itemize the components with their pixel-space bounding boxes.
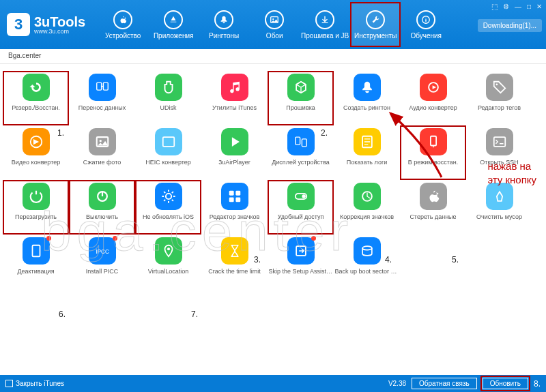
tool-recovery[interactable]: В режим восстан. <box>400 125 466 180</box>
tool-label: Утилиты iTunes <box>212 105 257 112</box>
tool-label: Очистить мусор <box>476 214 522 221</box>
tool-iconfix[interactable]: Коррекция значков <box>334 180 400 235</box>
svg-point-23 <box>302 194 306 198</box>
tool-label: Стереть данные <box>410 214 456 221</box>
nav-tools[interactable]: Инструменты <box>350 2 401 47</box>
gear-icon[interactable]: ⚙ <box>503 3 509 10</box>
tool-logs[interactable]: Показать логи <box>334 125 400 180</box>
tool-make-ringtone[interactable]: Создать рингтон <box>334 71 400 125</box>
tool-noupdate[interactable]: Не обновлять iOS <box>135 180 201 235</box>
tool-label: Прошивка <box>286 105 315 112</box>
tool-compress[interactable]: Сжатие фото <box>69 125 135 180</box>
tool-heic[interactable]: HEIC конвертер <box>135 125 201 180</box>
app-header: 3 3uTools www.3u.com УстройствоПриложени… <box>0 0 546 49</box>
ssh-icon <box>486 128 513 155</box>
svg-rect-3 <box>96 82 101 90</box>
tool-itunes-util[interactable]: Утилиты iTunes <box>201 71 268 125</box>
iconedit-icon <box>221 183 248 210</box>
tool-label: Деактивация <box>17 269 54 275</box>
tool-ipcc[interactable]: IPCCInstall PICC <box>69 235 135 289</box>
tool-iconedit[interactable]: Редактор значков <box>201 180 268 235</box>
iconfix-icon <box>354 183 381 210</box>
appstore-icon <box>164 10 183 29</box>
gear-icon <box>155 183 182 210</box>
tool-firmware[interactable]: Прошивка <box>268 71 334 125</box>
annot-num-1: 1. <box>57 128 64 138</box>
hourglass-icon <box>221 237 248 265</box>
tool-airplayer[interactable]: 3uAirPlayer <box>201 125 268 180</box>
tool-reboot[interactable]: Перезагрузить <box>3 180 69 235</box>
apple-icon <box>420 183 447 210</box>
svg-rect-20 <box>229 197 233 202</box>
pin-icon <box>155 237 182 265</box>
svg-rect-11 <box>295 137 300 145</box>
clean-icon <box>486 183 513 210</box>
annot-num-5: 5. <box>452 255 459 265</box>
main-nav: УстройствоПриложенияРингтоныОбоиПрошивка… <box>98 2 451 47</box>
tool-label: Видео конвертер <box>12 160 60 166</box>
tool-tag-editor[interactable]: Редактор тегов <box>466 71 532 125</box>
tool-label: В режим восстан. <box>408 160 458 166</box>
bell-icon <box>354 74 381 101</box>
toggle-icon <box>287 183 315 210</box>
nav-tutorials[interactable]: Обучения <box>401 2 451 47</box>
maximize-icon[interactable]: □ <box>527 3 531 10</box>
svg-text:IPCC: IPCC <box>96 249 109 255</box>
nav-ringtones[interactable]: Рингтоны <box>199 2 249 47</box>
tool-audio-conv[interactable]: Аудио конвертер <box>400 71 466 125</box>
nav-flash[interactable]: Прошивка и JB <box>300 2 350 47</box>
audio-icon <box>420 74 447 101</box>
play-icon <box>221 128 248 155</box>
tool-clean[interactable]: Очистить мусор <box>466 180 532 235</box>
minimize-icon[interactable]: — <box>515 3 521 10</box>
tool-label: Перезагрузить <box>15 214 57 221</box>
nav-wallpapers[interactable]: Обои <box>249 2 300 47</box>
tool-label: Crack the time limit <box>208 269 261 275</box>
nav-apps[interactable]: Приложения <box>148 2 199 47</box>
tool-easyaccess[interactable]: Удобный доступ <box>268 180 334 235</box>
feedback-button[interactable]: Обратная связь <box>412 378 477 389</box>
logo-name: 3uTools <box>34 15 85 29</box>
tool-label: 3uAirPlayer <box>218 160 250 166</box>
annot-num-7: 7. <box>191 310 198 319</box>
svg-point-1 <box>272 18 274 20</box>
tool-udisk[interactable]: UDisk <box>135 71 201 125</box>
video-icon <box>23 128 50 155</box>
logo-badge: 3 <box>7 13 30 36</box>
tool-label: HEIC конвертер <box>145 160 191 166</box>
tool-migrate[interactable]: Перенос данных <box>69 71 135 125</box>
tool-erase[interactable]: Стереть данные <box>400 180 466 235</box>
tshirt-icon[interactable]: ⬚ <box>491 3 498 10</box>
nav-device[interactable]: Устройство <box>98 2 148 47</box>
downloading-button[interactable]: Downloading(1)... <box>478 19 542 32</box>
logo-url: www.3u.com <box>34 29 85 35</box>
tool-deactivate[interactable]: Деактивация <box>3 235 69 289</box>
close-itunes-toggle[interactable]: Закрыть iTunes <box>5 380 64 388</box>
info-icon <box>416 10 435 29</box>
tool-label: Аудио конвертер <box>409 105 457 112</box>
nav-label: Приложения <box>154 32 194 40</box>
tool-label: Перенос данных <box>78 105 126 112</box>
tool-ssh[interactable]: Открыть SSH <box>466 125 532 180</box>
tool-label: Дисплей устройства <box>272 160 330 166</box>
close-icon[interactable]: ✕ <box>536 3 542 10</box>
svg-point-27 <box>167 247 169 250</box>
tool-label: Удобный доступ <box>278 214 324 221</box>
tool-shutdown[interactable]: Выключить <box>69 180 135 235</box>
tool-label: Редактор тегов <box>478 105 521 112</box>
power-icon <box>89 183 116 210</box>
svg-point-29 <box>362 246 372 250</box>
svg-rect-25 <box>32 245 40 257</box>
cube-icon <box>287 74 315 101</box>
update-button[interactable]: Обновить <box>483 378 528 389</box>
annot-num-6: 6. <box>59 310 66 319</box>
tool-label: Выключить <box>86 214 118 221</box>
tool-backup[interactable]: Резерв./Восстан. <box>3 71 69 125</box>
tool-vloc[interactable]: VirtualLocation <box>135 235 201 289</box>
tool-label: Install PICC <box>86 269 119 275</box>
usb-icon <box>155 74 182 101</box>
tool-skipsetup[interactable]: Skip the Setup Assistant <box>268 235 334 289</box>
tablet-icon <box>23 237 50 265</box>
svg-rect-18 <box>229 191 233 196</box>
nav-label: Устройство <box>105 32 141 40</box>
